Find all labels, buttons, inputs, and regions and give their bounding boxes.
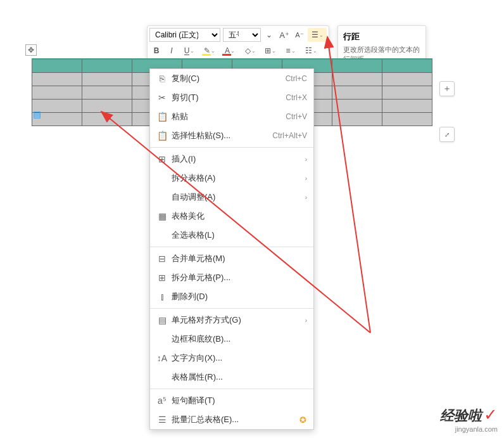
font-size-select[interactable]: 五号: [223, 28, 261, 42]
watermark: 经验啦 ✓ jingyanla.com: [440, 405, 498, 433]
underline-button[interactable]: U⌄: [180, 44, 199, 58]
watermark-url: jingyanla.com: [440, 425, 498, 433]
menu-label: 表格属性(R)...: [172, 371, 307, 383]
menu-split-cells[interactable]: ⊞拆分单元格(P)...: [150, 268, 313, 287]
menu-split-table[interactable]: 拆分表格(A)›: [150, 169, 313, 188]
line-spacing-button[interactable]: ☰⌄: [308, 28, 327, 42]
decrease-font-button[interactable]: A⁻: [293, 28, 306, 42]
menu-separator: [150, 147, 313, 148]
font-size-dropdown[interactable]: ⌄: [262, 28, 276, 42]
menu-batch-summary[interactable]: ☰批量汇总表格(E)...✪: [150, 410, 313, 429]
shading-button[interactable]: ◇⌄: [241, 44, 260, 58]
menu-label: 删除列(D): [172, 291, 307, 302]
highlight-color-button[interactable]: ✎⌄: [200, 44, 219, 58]
bullets-icon: ☷: [305, 46, 312, 55]
menu-shortcut: Ctrl+Alt+V: [272, 131, 307, 140]
chevron-down-icon: ⌄: [272, 48, 276, 54]
line-spacing-icon: ☰: [312, 30, 318, 39]
menu-label: 表格美化: [172, 210, 307, 222]
align-icon: ≡: [286, 46, 290, 55]
premium-icon: ✪: [298, 415, 307, 424]
text-direction-icon: ↕A: [155, 353, 169, 363]
submenu-arrow-icon: ›: [305, 175, 307, 182]
menu-cut[interactable]: ✂剪切(T)Ctrl+X: [150, 88, 313, 107]
menu-paste-special[interactable]: 📋选择性粘贴(S)...Ctrl+Alt+V: [150, 126, 313, 145]
increase-font-button[interactable]: A⁺: [277, 28, 291, 42]
table-move-handle[interactable]: ✥: [25, 44, 37, 56]
page-gutter-icon[interactable]: ▤: [33, 109, 43, 118]
menu-separator: [150, 389, 313, 389]
menu-select-all-table[interactable]: 全选表格(L): [150, 226, 313, 245]
underline-icon: U: [184, 47, 190, 55]
merge-icon: ⊟: [155, 254, 169, 264]
menu-merge-cells[interactable]: ⊟合并单元格(M): [150, 249, 313, 268]
menu-borders-shading[interactable]: 边框和底纹(B)...: [150, 330, 313, 349]
paste-icon: 📋: [155, 112, 169, 122]
font-color-button[interactable]: A⌄: [220, 44, 239, 58]
menu-separator: [150, 308, 313, 309]
chevron-down-icon: ⌄: [251, 48, 256, 54]
menu-label: 批量汇总表格(E)...: [172, 414, 294, 425]
menu-delete-column[interactable]: ⫿删除列(D): [150, 287, 313, 306]
menu-label: 文字方向(X)...: [172, 352, 307, 364]
menu-label: 拆分单元格(P)...: [172, 272, 307, 283]
italic-button[interactable]: I: [165, 44, 179, 58]
menu-label: 短句翻译(T): [172, 395, 307, 406]
insert-icon: ⊞: [155, 154, 169, 164]
align-icon: ▤: [155, 315, 169, 325]
chevron-down-icon: ⌄: [313, 48, 317, 54]
menu-label: 复制(C): [172, 73, 286, 84]
add-button[interactable]: ＋: [439, 81, 455, 96]
tooltip-title: 行距: [343, 31, 420, 42]
mini-toolbar: Calibri (正文) 五号 ⌄ A⁺ A⁻ ☰⌄ B I U⌄ ✎⌄ A⌄ …: [147, 25, 329, 60]
menu-label: 剪切(T): [172, 92, 286, 103]
menu-shortcut: Ctrl+V: [286, 112, 307, 121]
menu-insert[interactable]: ⊞插入(I)›: [150, 150, 313, 169]
menu-table-properties[interactable]: 表格属性(R)...: [150, 368, 313, 387]
toolbar-row-1: Calibri (正文) 五号 ⌄ A⁺ A⁻ ☰⌄: [149, 28, 327, 42]
menu-translate[interactable]: a⁵短句翻译(T): [150, 391, 313, 410]
expand-button[interactable]: ⤢: [439, 127, 455, 142]
bold-button[interactable]: B: [149, 44, 163, 58]
chevron-down-icon: ⌄: [190, 48, 194, 54]
menu-beautify[interactable]: ▦表格美化: [150, 207, 313, 226]
submenu-arrow-icon: ›: [305, 194, 307, 201]
border-icon: ⊞: [265, 46, 271, 55]
menu-separator: [150, 247, 313, 247]
menu-copy[interactable]: ⎘复制(C)Ctrl+C: [150, 69, 313, 88]
menu-label: 选择性粘贴(S)...: [172, 130, 272, 141]
submenu-arrow-icon: ›: [305, 317, 307, 324]
menu-shortcut: Ctrl+X: [286, 93, 307, 102]
font-family-select[interactable]: Calibri (正文): [149, 28, 220, 42]
watermark-text: 经验啦: [440, 408, 482, 423]
menu-label: 自动调整(A): [172, 191, 305, 203]
beautify-icon: ▦: [155, 211, 169, 221]
submenu-arrow-icon: ›: [305, 156, 307, 163]
menu-label: 单元格对齐方式(G): [172, 314, 305, 326]
menu-label: 粘贴: [172, 111, 286, 122]
border-button[interactable]: ⊞⌄: [261, 44, 280, 58]
table-context-menu: ⎘复制(C)Ctrl+C ✂剪切(T)Ctrl+X 📋粘贴Ctrl+V 📋选择性…: [149, 68, 314, 430]
bullets-button[interactable]: ☷⌄: [301, 44, 320, 58]
chevron-down-icon: ⌄: [211, 48, 215, 54]
paste-special-icon: 📋: [155, 131, 169, 141]
menu-autofit[interactable]: 自动调整(A)›: [150, 188, 313, 207]
delete-column-icon: ⫿: [155, 292, 169, 302]
menu-text-direction[interactable]: ↕A文字方向(X)...: [150, 349, 313, 368]
toolbar-row-2: B I U⌄ ✎⌄ A⌄ ◇⌄ ⊞⌄ ≡⌄ ☷⌄: [149, 44, 327, 58]
align-button[interactable]: ≡⌄: [281, 44, 300, 58]
check-icon: ✓: [484, 405, 498, 424]
chevron-down-icon: ⌄: [291, 48, 296, 54]
menu-cell-align[interactable]: ▤单元格对齐方式(G)›: [150, 311, 313, 330]
copy-icon: ⎘: [155, 74, 169, 84]
menu-paste[interactable]: 📋粘贴Ctrl+V: [150, 107, 313, 126]
batch-icon: ☰: [155, 415, 169, 425]
cut-icon: ✂: [155, 93, 169, 103]
menu-shortcut: Ctrl+C: [286, 74, 307, 83]
translate-icon: a⁵: [155, 396, 169, 406]
menu-label: 边框和底纹(B)...: [172, 333, 307, 345]
menu-label: 合并单元格(M): [172, 253, 307, 264]
shading-icon: ◇: [245, 46, 251, 55]
chevron-down-icon: ⌄: [230, 48, 235, 54]
menu-label: 拆分表格(A): [172, 172, 305, 184]
